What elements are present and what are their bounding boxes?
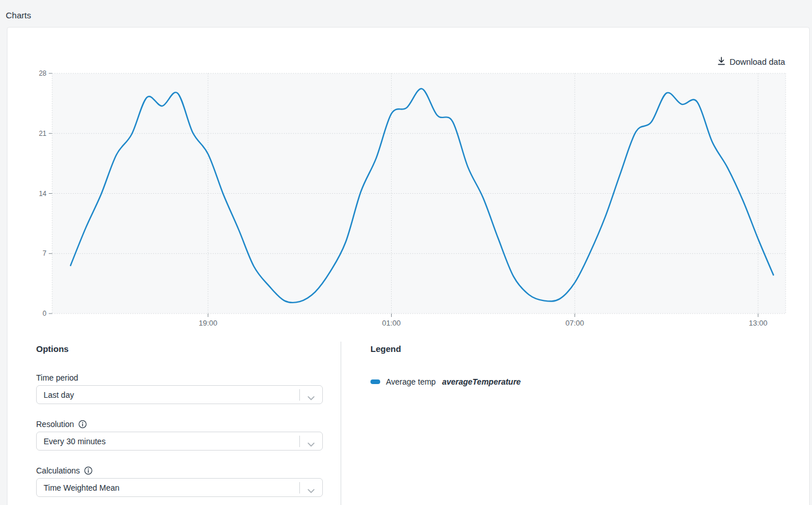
download-data-button[interactable]: Download data: [717, 57, 785, 67]
resolution-value: Every 30 minutes: [44, 437, 106, 446]
legend-heading: Legend: [370, 344, 521, 354]
options-heading: Options: [36, 344, 323, 354]
time-period-select[interactable]: Last day: [36, 385, 323, 404]
page-title: Charts: [6, 10, 31, 20]
time-period-value: Last day: [44, 390, 74, 400]
chevron-down-icon: [307, 440, 315, 449]
download-label: Download data: [729, 57, 785, 66]
panel-divider: [341, 342, 341, 505]
svg-text:07:00: 07:00: [565, 319, 584, 327]
calculations-select[interactable]: Time Weighted Mean: [36, 478, 323, 497]
resolution-label: Resolution: [36, 420, 74, 429]
chevron-down-icon: [307, 486, 315, 495]
temperature-chart[interactable]: 0714212819:0001:0007:0013:00: [7, 28, 810, 334]
chevron-down-icon: [307, 393, 315, 402]
options-panel: Options Time period Last day Resolution …: [36, 344, 323, 497]
legend-item: Average temp averageTemperature: [370, 377, 521, 386]
legend-series-label: Average temp: [386, 377, 436, 386]
calculations-value: Time Weighted Mean: [44, 483, 119, 492]
svg-text:13:00: 13:00: [749, 319, 768, 327]
time-period-label: Time period: [36, 373, 78, 382]
legend-series-variable: averageTemperature: [442, 377, 521, 386]
info-icon[interactable]: [84, 466, 93, 475]
resolution-select[interactable]: Every 30 minutes: [36, 432, 323, 451]
svg-text:01:00: 01:00: [382, 319, 401, 327]
svg-text:7: 7: [42, 249, 46, 257]
select-separator: [299, 436, 300, 447]
svg-text:19:00: 19:00: [199, 319, 218, 327]
svg-text:28: 28: [39, 69, 47, 77]
download-icon: [717, 57, 725, 67]
select-separator: [299, 389, 300, 401]
series-color-marker: [370, 379, 380, 384]
svg-text:21: 21: [39, 130, 47, 138]
calculations-label: Calculations: [36, 466, 80, 475]
legend-panel: Legend Average temp averageTemperature: [370, 344, 521, 386]
select-separator: [299, 482, 300, 494]
charts-card: Download data 0714212819:0001:0007:0013:…: [7, 27, 810, 505]
info-icon[interactable]: [78, 420, 87, 429]
svg-text:0: 0: [42, 310, 46, 318]
svg-text:14: 14: [39, 190, 47, 198]
